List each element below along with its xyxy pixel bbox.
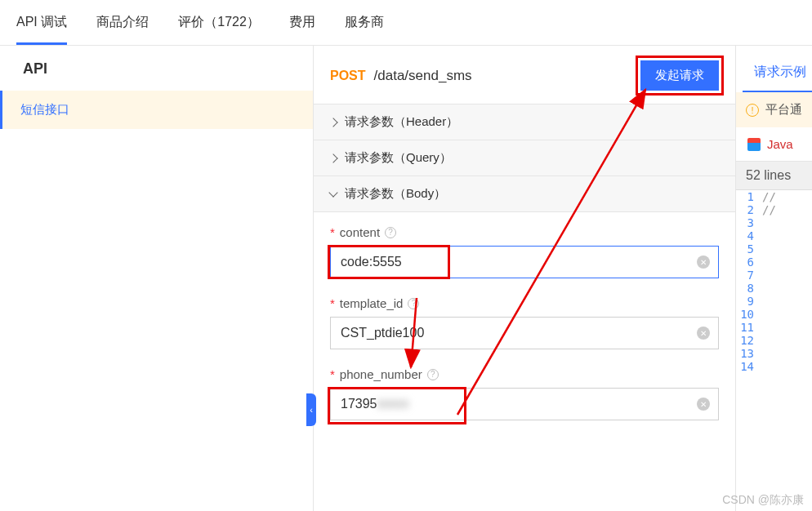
- code-example-panel: 请求示例 ! 平台通 Java 52 lines 1// 2// 3 4 5 6…: [735, 46, 812, 511]
- lines-count: 52 lines: [736, 162, 812, 190]
- examples-tab[interactable]: 请求示例: [743, 46, 812, 92]
- send-request-button[interactable]: 发起请求: [640, 60, 719, 91]
- template-id-label: * template_id ?: [330, 296, 719, 310]
- clear-icon[interactable]: ✕: [697, 398, 710, 411]
- clear-icon[interactable]: ✕: [697, 256, 710, 269]
- content-input[interactable]: [341, 255, 689, 269]
- tab-reviews[interactable]: 评价（1722）: [178, 1, 260, 44]
- phone-number-input[interactable]: 17395: [341, 397, 377, 411]
- content-input-wrap[interactable]: ✕: [330, 246, 719, 278]
- watermark: CSDN @陈亦康: [722, 493, 804, 508]
- code-viewer: 1// 2// 3 4 5 6 7 8 9 10 11 12 13 14: [736, 190, 812, 373]
- method-badge: POST: [330, 69, 366, 83]
- tab-provider[interactable]: 服务商: [345, 1, 384, 44]
- help-icon[interactable]: ?: [408, 298, 419, 309]
- help-icon[interactable]: ?: [385, 227, 396, 238]
- accordion-query-params[interactable]: 请求参数（Query）: [314, 140, 735, 176]
- template-id-input-wrap[interactable]: ✕: [330, 317, 719, 349]
- help-icon[interactable]: ?: [427, 369, 439, 380]
- content-label: * content ?: [330, 225, 719, 239]
- api-sidebar: API 短信接口: [0, 46, 314, 511]
- lang-tab-java[interactable]: Java: [736, 127, 812, 162]
- sidebar-header: API: [0, 60, 313, 91]
- top-tabs: API 调试 商品介绍 评价（1722） 费用 服务商: [0, 0, 812, 46]
- chevron-down-icon: [328, 188, 337, 197]
- phone-number-label: * phone_number ?: [330, 367, 719, 381]
- chevron-right-icon: [328, 118, 337, 127]
- template-id-input[interactable]: [341, 326, 689, 340]
- clear-icon[interactable]: ✕: [697, 327, 710, 340]
- drag-handle[interactable]: ‹: [306, 393, 316, 426]
- tab-api-debug[interactable]: API 调试: [16, 1, 67, 44]
- java-icon: [747, 138, 761, 151]
- tab-cost[interactable]: 费用: [289, 1, 315, 44]
- accordion-body-params[interactable]: 请求参数（Body）: [314, 176, 735, 212]
- warning-icon: !: [746, 104, 759, 117]
- sidebar-item-sms[interactable]: 短信接口: [0, 91, 313, 129]
- platform-notice: ! 平台通: [736, 92, 812, 127]
- tab-product-intro[interactable]: 商品介绍: [96, 1, 149, 44]
- chevron-right-icon: [328, 153, 337, 162]
- request-form: POST /data/send_sms 发起请求 请求参数（Header） 请求…: [314, 46, 735, 511]
- endpoint-path: /data/send_sms: [374, 68, 472, 84]
- accordion-header-params[interactable]: 请求参数（Header）: [314, 104, 735, 140]
- phone-number-input-wrap[interactable]: 1739500000 ✕: [330, 388, 719, 420]
